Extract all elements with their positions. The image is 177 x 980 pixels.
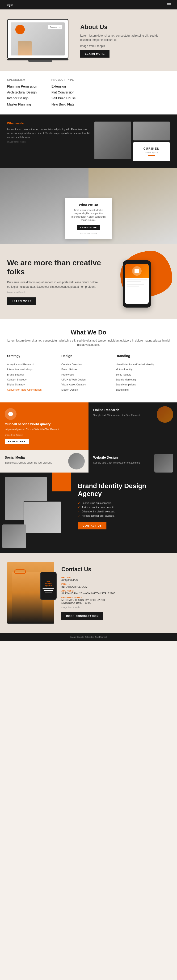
- project-type-col: Project type ExtensionFlat ConversionSel…: [51, 78, 76, 107]
- whatwedo-table-subtitle: Lorem ipsum dolor sit amet, consectetur …: [7, 339, 170, 347]
- checklist-item: Ac odio tempor orci dapibus.: [78, 514, 170, 517]
- laptop-mockup: Contact Us: [7, 19, 73, 62]
- whatwedo-table-heading: What We Do: [7, 329, 170, 336]
- checklist-item: Lectus urna duis convallis.: [78, 501, 170, 504]
- contact-section: WebDesignAgency Contact Us PHONE: (000)0…: [0, 553, 177, 633]
- branding-col: Branding Visual Identity and Verbal Iden…: [116, 354, 170, 393]
- contact-hours-label: OPENING HOURS:: [61, 596, 170, 598]
- list-item: Motion Identity: [116, 368, 170, 371]
- list-item: Brands Marketing: [116, 378, 170, 382]
- design-col: Design Creative Direction Brand Guides P…: [61, 354, 116, 393]
- list-item: Digital Strategy: [7, 383, 61, 387]
- list-item-highlight[interactable]: Conversion Rate Optimization: [7, 388, 61, 391]
- call-service-heading: Our call service world quality: [5, 422, 84, 426]
- contact-phone-item: PHONE: (000)000-4567: [61, 576, 170, 582]
- brand-images: [0, 473, 71, 553]
- whatwedo-card-body: Amet lectus venenatis lectus magna fring…: [70, 208, 107, 222]
- footer: Image: Click to Select the Text Element: [0, 633, 177, 641]
- brand-cta-button[interactable]: CONTACT US: [78, 522, 107, 530]
- about-section: Contact Us About Us Lorem ipsum dolor si…: [0, 10, 177, 71]
- branding-heading: Branding: [116, 354, 170, 360]
- call-service-body: Vulputate dignissim Click to Select the …: [5, 428, 84, 431]
- about-content: About Us Lorem ipsum dolor sit amet, con…: [80, 23, 170, 57]
- laptop-label: Contact Us: [48, 25, 62, 30]
- list-item: Brand Guides: [61, 368, 116, 371]
- list-item: Motion Design: [61, 388, 116, 391]
- creative-right: [108, 256, 170, 307]
- contact-address-item: ADDRESS: ALEXANDRIA, 23 WASHINGTON STR, …: [61, 590, 170, 595]
- contact-email-label: EMAIL:: [61, 583, 170, 585]
- twoppl-section: What We Do Amet lectus venenatis lectus …: [0, 168, 177, 244]
- brand-img-3: [2, 525, 26, 548]
- creative-cta-button[interactable]: LEARN MORE: [7, 298, 36, 305]
- list-item: Creative Direction: [61, 363, 116, 366]
- list-item: Brand Strategy: [7, 373, 61, 377]
- branding-list: Visual Identity and Verbal Identity Moti…: [116, 363, 170, 391]
- curiken-sub: curiken agency: [145, 151, 158, 153]
- list-item: Analytics and Research: [7, 363, 61, 366]
- orange-corner-decoration: [52, 473, 71, 492]
- logo: logo: [6, 3, 13, 6]
- whatwedo-table-section: What We Do Lorem ipsum dolor sit amet, c…: [0, 319, 177, 402]
- service-cards-section: Our call service world quality Vulputate…: [0, 402, 177, 473]
- design-list: Creative Direction Brand Guides Prototyp…: [61, 363, 116, 391]
- about-title: About Us: [80, 23, 170, 31]
- project-type-items: ExtensionFlat ConversionSelf Build House…: [51, 84, 76, 107]
- contact-address-value: ALEXANDRIA, 23 WASHINGTON STR, 22103: [61, 592, 170, 595]
- whatwedo1-body: Lorem ipsum dolor sit amet, consectetur …: [7, 127, 91, 139]
- brand-heading: Brand Identity Design Agency: [78, 482, 170, 498]
- contact-heading: Contact Us: [61, 566, 170, 573]
- whatwedo1-section: What we do Lorem ipsum dolor sit amet, c…: [0, 115, 177, 168]
- contact-phone-mock: WebDesignAgency: [40, 572, 57, 600]
- hamburger-menu[interactable]: [167, 3, 171, 6]
- about-source: Image from Freepik: [80, 44, 170, 48]
- creative-body: Duis aute irure dolor in reprehenderit i…: [7, 280, 102, 289]
- social-media-card: Social Media Sample text. Click to selec…: [0, 450, 88, 473]
- checklist-item: Tortor at auctor urna nunc id.: [78, 506, 170, 509]
- call-icon-circle: [5, 408, 16, 420]
- curiken-logo: CURIKEN: [144, 147, 160, 150]
- contact-hours-line2: SATURDAY 10:00 - 19:00: [61, 601, 170, 604]
- contact-hours-line1: MONDAY - THURSDAY 10:00 - 20:00: [61, 598, 170, 601]
- whatwedo1-images: CURIKEN curiken agency: [94, 122, 170, 161]
- list-item: Brand films: [116, 388, 170, 391]
- contact-email-value: INFO@SAMPLE.COM: [61, 585, 170, 588]
- social-media-icon: [68, 453, 85, 469]
- call-service-cta[interactable]: READ MORE +: [5, 439, 29, 444]
- checklist-item: Dilla ut enim blandit volutpat.: [78, 510, 170, 513]
- whatwedo1-img-2: [133, 122, 170, 140]
- footer-text: Image: Click to Select the Text Element: [6, 636, 171, 638]
- specialism-items: Planning PermissionArchitectural DesignI…: [7, 84, 37, 107]
- specialism-heading: Specialism: [7, 78, 37, 81]
- design-heading: Design: [61, 354, 116, 360]
- whatwedo-card-title: What We Do: [70, 203, 107, 207]
- services-grid: Strategy Analytics and Research Interact…: [7, 354, 170, 393]
- service-cards-grid: Our call service world quality Vulputate…: [0, 402, 177, 473]
- contact-cta-button[interactable]: BOOK CONSULTATION: [61, 612, 104, 620]
- whatwedo1-source: Image from Freepik: [7, 140, 91, 144]
- list-item: Brand campaigns: [116, 383, 170, 387]
- project-type-heading: Project type: [51, 78, 76, 81]
- whatwedo1-heading: What we do: [7, 122, 91, 125]
- brand-checklist: Lectus urna duis convallis. Tortor at au…: [78, 501, 170, 517]
- curiken-box: CURIKEN curiken agency: [133, 142, 170, 161]
- creative-section: We are more than creative folks Duis aut…: [0, 244, 177, 319]
- about-body: Lorem ipsum dolor sit amet, consectetur …: [80, 33, 170, 42]
- brand-content: Brand Identity Design Agency Lectus urna…: [71, 473, 177, 553]
- whatwedo-card-source: Images from Freepik: [70, 232, 107, 234]
- brand-img-2: [24, 501, 61, 534]
- about-cta-button[interactable]: LEARN MORE: [80, 50, 110, 57]
- creative-heading: We are more than creative folks: [7, 258, 102, 277]
- strategy-heading: Strategy: [7, 354, 61, 360]
- list-item: Sonic Identity: [116, 373, 170, 377]
- whatwedo-card: What We Do Amet lectus venenatis lectus …: [65, 198, 112, 239]
- website-design-card: Website Design Sample text. Click to sel…: [88, 450, 177, 473]
- online-research-icon: [157, 406, 173, 423]
- whatwedo-card-cta[interactable]: LEARN MORE: [77, 225, 100, 231]
- contact-content: Contact Us PHONE: (000)000-4567 EMAIL: I…: [61, 566, 170, 620]
- creative-source: Image from Freepik: [7, 291, 102, 294]
- website-design-icon: [154, 453, 173, 473]
- contact-person: WebDesignAgency: [7, 562, 54, 624]
- call-service-source: Image from Freepik: [5, 434, 84, 437]
- call-service-card: Our call service world quality Vulputate…: [0, 402, 88, 450]
